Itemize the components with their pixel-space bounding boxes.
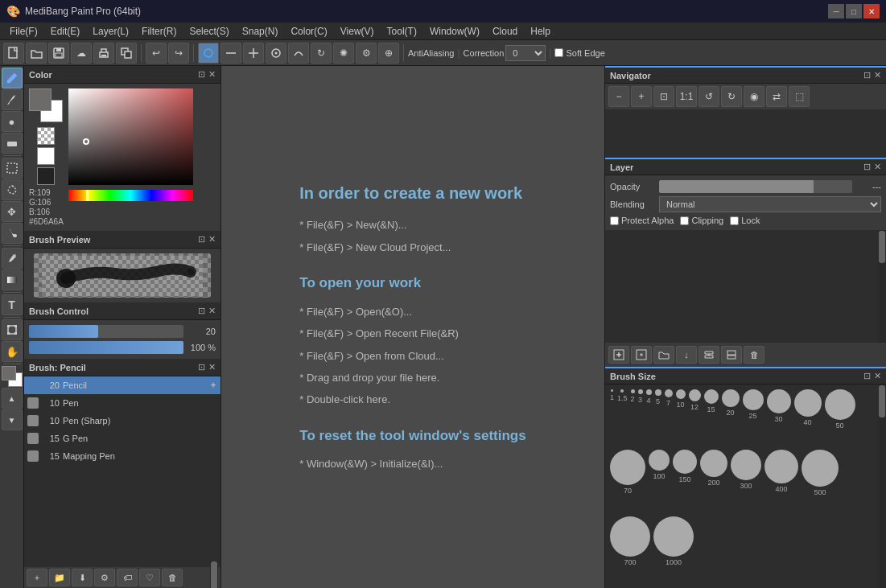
layer-new-folder-button[interactable] [653, 346, 674, 364]
brush-list-scrollbar[interactable] [210, 561, 218, 588]
tool-brush-size-up[interactable]: ▲ [2, 388, 23, 409]
tb-snap-cross-button[interactable] [243, 43, 264, 64]
menu-select[interactable]: Select(S) [183, 24, 235, 39]
tb-snap-circle-button[interactable] [266, 43, 286, 64]
tb-cloud-save-button[interactable]: ☁ [71, 43, 92, 64]
nav-rotate-right-button[interactable]: ↻ [721, 86, 742, 107]
layer-delete-button[interactable]: 🗑 [744, 346, 764, 364]
nav-zoom-in-button[interactable]: + [631, 86, 652, 107]
color-black-swatch[interactable] [37, 167, 55, 185]
color-fg-bg[interactable] [29, 88, 63, 122]
brush-size-item[interactable]: 4 [646, 389, 652, 446]
menu-filter[interactable]: Filter(R) [135, 24, 183, 39]
tb-print-button[interactable] [93, 43, 114, 64]
tb-save-button[interactable] [48, 43, 69, 64]
tool-fill[interactable] [2, 223, 23, 244]
layer-merge-down-button[interactable] [721, 346, 742, 364]
menu-cloud[interactable]: Cloud [486, 24, 524, 39]
brush-size-item[interactable]: 2 [631, 389, 635, 446]
tool-select-lasso[interactable] [2, 179, 23, 200]
layer-panel-expand[interactable]: ⊡ [863, 162, 871, 172]
layer-merge-button[interactable] [698, 346, 719, 364]
tb-undo-button[interactable]: ↩ [146, 43, 167, 64]
tool-pencil[interactable] [2, 68, 23, 88]
brush-settings-button[interactable]: ⚙ [94, 569, 115, 586]
color-transparent-swatch[interactable] [37, 127, 55, 145]
layer-scrollbar[interactable] [878, 230, 886, 343]
nav-reset-rotation-button[interactable]: ◉ [744, 86, 764, 107]
tb-snap-curve-button[interactable] [288, 43, 309, 64]
brush-size-item[interactable]: 200 [700, 450, 727, 513]
navigator-expand[interactable]: ⊡ [863, 70, 871, 80]
brush-size-item[interactable]: 5 [655, 389, 661, 446]
menu-view[interactable]: View(V) [334, 24, 381, 39]
brush-size-item[interactable]: 30 [767, 389, 791, 446]
brush-size-item[interactable]: 1.5 [617, 389, 628, 446]
menu-help[interactable]: Help [524, 24, 557, 39]
tb-snap-line-button[interactable] [220, 43, 241, 64]
color-panel-expand[interactable]: ⊡ [198, 69, 205, 80]
tb-correction-select[interactable]: 0125 [505, 45, 546, 61]
brush-list-item[interactable]: 10 Pen (Sharp) [24, 412, 220, 430]
layer-new-file-button[interactable] [631, 346, 652, 364]
brush-size-item[interactable]: 1000 [653, 516, 694, 583]
brush-size-item[interactable]: 3 [638, 389, 643, 446]
layer-panel-close[interactable]: ✕ [874, 162, 881, 172]
color-white-swatch[interactable] [37, 147, 55, 165]
brush-folder-button[interactable]: 📁 [49, 569, 70, 586]
tb-snap-radial2-button[interactable]: ✺ [333, 43, 354, 64]
color-hue-bar[interactable] [68, 190, 193, 201]
tool-eraser[interactable] [2, 133, 23, 154]
brush-size-item[interactable]: 1 [610, 389, 614, 446]
brush-import-button[interactable]: ⬇ [72, 569, 93, 586]
brush-heart-button[interactable]: ♡ [139, 569, 160, 586]
brush-add-button[interactable]: + [27, 569, 47, 586]
brush-tag-button[interactable]: 🏷 [117, 569, 138, 586]
blending-select[interactable]: Normal Multiply Screen Overlay [659, 196, 881, 212]
tool-brush[interactable] [2, 89, 23, 110]
nav-actual-button[interactable]: 1:1 [676, 86, 697, 107]
color-panel-close[interactable]: ✕ [208, 69, 216, 80]
tb-soft-edge-check[interactable]: Soft Edge [554, 48, 604, 58]
tool-text[interactable]: T [2, 294, 23, 315]
canvas-area[interactable]: In order to create a new work * File(&F)… [221, 66, 604, 588]
tb-redo-button[interactable]: ↪ [168, 43, 189, 64]
tb-new-button[interactable] [3, 43, 24, 64]
brush-size-item[interactable]: 100 [649, 450, 670, 513]
tool-gradient[interactable] [2, 269, 23, 290]
menu-layer[interactable]: Layer(L) [86, 24, 135, 39]
brush-size-slider[interactable] [29, 325, 183, 338]
tool-eyedropper[interactable] [2, 248, 23, 269]
brush-size-expand[interactable]: ⊡ [863, 371, 871, 381]
brush-size-item[interactable]: 50 [825, 389, 855, 446]
tool-select-rect[interactable] [2, 158, 23, 179]
brush-size-scrollbar[interactable] [878, 384, 886, 588]
tool-dot[interactable]: ● [2, 111, 23, 132]
brush-control-expand[interactable]: ⊡ [198, 306, 205, 316]
brush-size-item[interactable]: 15 [704, 389, 719, 446]
layer-new-button[interactable] [608, 346, 629, 364]
brush-preview-expand[interactable]: ⊡ [198, 234, 205, 245]
brush-size-item[interactable]: 70 [610, 450, 645, 513]
brush-size-item[interactable]: 700 [610, 516, 650, 583]
brush-size-item[interactable]: 12 [689, 389, 701, 446]
brush-control-close[interactable]: ✕ [208, 306, 216, 316]
clipping-check[interactable]: Clipping [680, 216, 723, 225]
brush-size-item[interactable]: 300 [731, 450, 761, 513]
fg-color-mini[interactable] [2, 366, 16, 380]
brush-list-item[interactable]: 10 Pen [24, 394, 220, 412]
brush-size-item[interactable]: 40 [794, 389, 822, 446]
tool-brush-size-dn[interactable]: ▼ [2, 409, 23, 430]
minimize-button[interactable]: ─ [828, 4, 844, 19]
brush-size-item[interactable]: 500 [802, 450, 839, 513]
navigator-close[interactable]: ✕ [874, 70, 881, 80]
maximize-button[interactable]: □ [846, 4, 862, 19]
menu-color[interactable]: Color(C) [284, 24, 333, 39]
brush-size-item[interactable]: 25 [743, 389, 764, 446]
nav-flip-h-button[interactable]: ⇄ [766, 86, 787, 107]
menu-window[interactable]: Window(W) [423, 24, 486, 39]
brush-opacity-slider[interactable] [29, 341, 183, 354]
nav-rotate-left-button[interactable]: ↺ [698, 86, 719, 107]
nav-zoom-out-button[interactable]: − [608, 86, 629, 107]
brush-list-item[interactable]: 15 Mapping Pen [24, 447, 220, 465]
